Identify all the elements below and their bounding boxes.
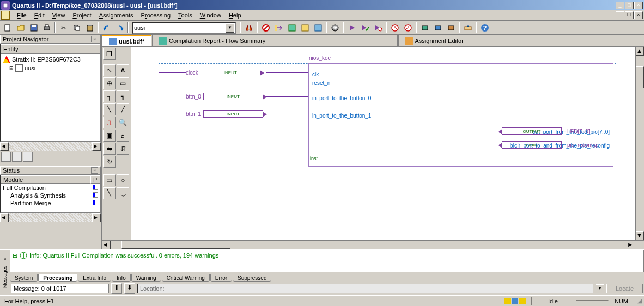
palette-fullscreen[interactable]: ▣: [103, 130, 116, 142]
chip2-button[interactable]: [432, 22, 444, 34]
project-combo[interactable]: uusi ▼: [132, 22, 236, 34]
minimize-button[interactable]: _: [616, 2, 624, 9]
combo-arrow-icon[interactable]: ▼: [226, 23, 234, 33]
mdi-minimize-button[interactable]: _: [616, 11, 624, 19]
palette-diagonal-node[interactable]: ╲: [103, 103, 116, 115]
msg-tab-info[interactable]: Info: [112, 274, 131, 282]
tree-header-entity[interactable]: Entity: [1, 44, 100, 54]
menu-project[interactable]: Project: [69, 11, 95, 20]
msg-tab-suppressed[interactable]: Suppressed: [233, 274, 271, 282]
resize-grip-icon[interactable]: ◢: [633, 297, 642, 304]
palette-text[interactable]: A: [117, 64, 129, 76]
chip1-button[interactable]: [418, 22, 431, 34]
stop-button[interactable]: [259, 22, 272, 34]
messages-list[interactable]: ⊞ i Info: Quartus II Full Compilation wa…: [10, 250, 644, 272]
block-nios-koe[interactable]: nios_koe clk reset_n in_port_to_the_butt…: [308, 63, 613, 167]
status-row-partition[interactable]: Partition Merge: [1, 199, 100, 207]
msg-tab-extra[interactable]: Extra Info: [78, 274, 111, 282]
clock2-button[interactable]: [402, 22, 414, 34]
chip3-button[interactable]: [445, 22, 457, 34]
locate-button[interactable]: Locate: [606, 284, 643, 293]
status-close-button[interactable]: ×: [91, 167, 98, 174]
tab-assignment-editor[interactable]: Assignment Editor: [398, 35, 643, 46]
hscroll[interactable]: ◄ ►: [102, 240, 644, 249]
palette-arc[interactable]: ◡: [117, 187, 129, 199]
palette-line[interactable]: ╲: [103, 187, 116, 199]
nav-tab-design[interactable]: [23, 152, 33, 162]
msg-tab-error[interactable]: Error: [210, 274, 232, 282]
print-button[interactable]: [40, 22, 53, 34]
close-button[interactable]: ×: [634, 2, 643, 9]
msg-tab-system[interactable]: System: [10, 274, 38, 282]
palette-rotate[interactable]: ↻: [103, 156, 116, 168]
maximize-button[interactable]: □: [625, 2, 634, 9]
pin-reconfig[interactable]: BIDIR pio_reconfig: [502, 141, 599, 149]
menu-tools[interactable]: Tools: [174, 11, 196, 20]
project-tree[interactable]: Entity Stratix II: EP2S60F672C3 ⊞ uusi: [0, 44, 101, 142]
gate-button[interactable]: ⊕: [329, 22, 341, 34]
menu-view[interactable]: View: [48, 11, 69, 20]
palette-symbol[interactable]: ⊕: [103, 77, 116, 89]
panel-close-button[interactable]: ×: [91, 36, 98, 42]
status-hdr-progress[interactable]: P: [90, 175, 100, 184]
palette-orthogonal-bus[interactable]: ┓: [117, 90, 129, 102]
message-info-line[interactable]: ⊞ i Info: Quartus II Full Compilation wa…: [13, 252, 641, 259]
menu-assignments[interactable]: Assignments: [95, 11, 137, 20]
schematic-canvas[interactable]: nios_koe clk reset_n in_port_to_the_butt…: [131, 47, 635, 240]
palette-rectangle[interactable]: ▭: [103, 174, 116, 186]
tree-row-device[interactable]: Stratix II: EP2S60F672C3: [2, 55, 99, 64]
pin-led[interactable]: OUTPUT LED[7..0]: [502, 127, 592, 135]
msg-tab-warning[interactable]: Warning: [131, 274, 161, 282]
messages-close-icon[interactable]: ×: [4, 256, 7, 261]
message-next-button[interactable]: ⬇: [124, 283, 135, 294]
settings-button[interactable]: [242, 22, 255, 34]
location-arrow-icon[interactable]: ▼: [596, 284, 604, 293]
palette-block[interactable]: ▭: [117, 77, 129, 89]
compile-button[interactable]: [272, 22, 285, 34]
vscroll[interactable]: ▲ ▼: [635, 47, 644, 240]
pin-clock[interactable]: clock INPUT: [186, 69, 260, 76]
palette-oval[interactable]: ○: [117, 174, 129, 186]
msg-tab-processing[interactable]: Processing: [38, 274, 77, 282]
tab-bdf[interactable]: uusi.bdf*: [102, 35, 151, 46]
pin-bn0[interactable]: bttn_0 INPUT: [186, 93, 263, 100]
play-check-button[interactable]: [359, 22, 371, 34]
copy-button[interactable]: [70, 22, 83, 34]
palette-find[interactable]: ⌕: [117, 130, 129, 142]
palette-detach[interactable]: ❐: [103, 48, 116, 60]
tree-row-root[interactable]: ⊞ uusi: [2, 64, 99, 72]
nav-tab-hierarchy[interactable]: [1, 152, 11, 162]
status-hscroll[interactable]: ◄►: [0, 213, 101, 222]
menu-help[interactable]: Help: [225, 11, 245, 20]
tree-hscroll[interactable]: ◄►: [0, 142, 101, 151]
redo-button[interactable]: [113, 22, 126, 34]
palette-conduit[interactable]: ⎍: [103, 117, 116, 128]
cut-button[interactable]: ✂: [57, 22, 70, 34]
play-button[interactable]: [345, 22, 358, 34]
location-box[interactable]: Location:: [137, 284, 593, 293]
help-button[interactable]: ?: [478, 22, 491, 34]
palette-flip-v[interactable]: ⇵: [117, 143, 129, 155]
save-button[interactable]: [27, 22, 40, 34]
nav-tab-files[interactable]: [12, 152, 22, 162]
play-time-button[interactable]: [372, 22, 384, 34]
message-prev-button[interactable]: ⬆: [111, 283, 122, 294]
undo-button[interactable]: [100, 22, 113, 34]
palette-zoom[interactable]: 🔍: [117, 117, 129, 128]
palette-diagonal-bus[interactable]: ╱: [117, 103, 129, 115]
palette-flip-h[interactable]: ⇋: [103, 143, 116, 155]
mdi-close-button[interactable]: ×: [634, 11, 643, 19]
mdi-restore-button[interactable]: ❐: [625, 11, 634, 19]
program-button[interactable]: [461, 22, 474, 34]
pin-bn1[interactable]: bttn_1 INPUT: [186, 110, 263, 118]
paste-button[interactable]: [83, 22, 96, 34]
status-row-analysis[interactable]: Analysis & Synthesis: [1, 192, 100, 199]
simulation-button[interactable]: [312, 22, 324, 34]
menu-edit[interactable]: Edit: [31, 11, 48, 20]
expand-icon[interactable]: ⊞: [9, 65, 14, 71]
status-table[interactable]: Module P Full Compilation Analysis & Syn…: [0, 175, 101, 213]
tab-compilation-report[interactable]: Compilation Report - Flow Summary: [152, 35, 397, 46]
menu-file[interactable]: File: [13, 11, 31, 20]
menu-processing[interactable]: Processing: [137, 11, 174, 20]
menu-window[interactable]: Window: [196, 11, 225, 20]
